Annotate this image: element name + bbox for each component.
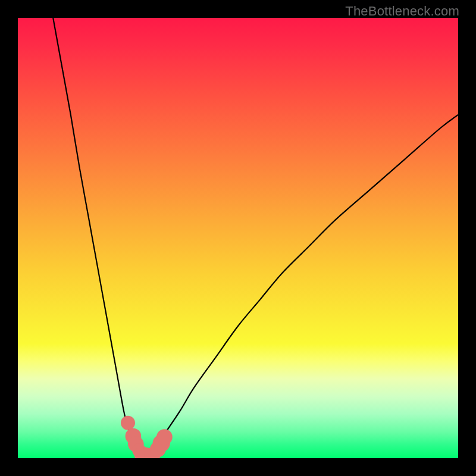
- watermark-text: TheBottleneck.com: [345, 4, 459, 19]
- curve-left: [53, 18, 145, 458]
- plot-area: [18, 18, 458, 458]
- marker-dot: [156, 429, 173, 445]
- curve-right: [146, 115, 458, 458]
- curve-layer: [18, 18, 458, 458]
- chart-frame: TheBottleneck.com: [0, 0, 476, 476]
- marker-dot: [121, 416, 135, 430]
- marker-cluster: [121, 416, 173, 458]
